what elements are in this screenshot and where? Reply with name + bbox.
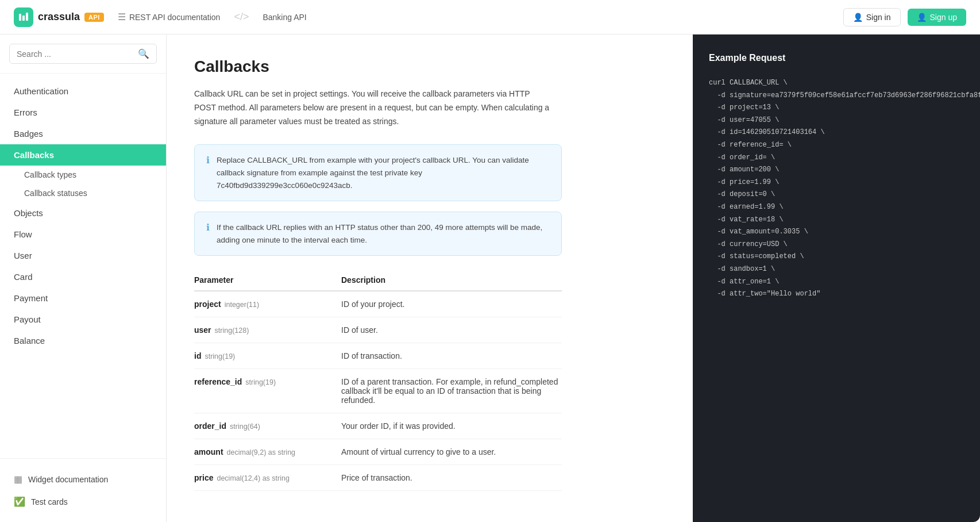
rest-api-link[interactable]: ☰ REST API documentation bbox=[118, 11, 221, 22]
api-badge: API bbox=[84, 13, 104, 22]
sidebar-item-callback-types[interactable]: Callback types bbox=[0, 166, 166, 184]
signup-icon: 👤 bbox=[917, 13, 927, 22]
info-icon-2: ℹ bbox=[206, 222, 210, 233]
sidebar-item-callback-statuses[interactable]: Callback statuses bbox=[0, 184, 166, 202]
signin-button[interactable]: 👤 Sign in bbox=[843, 8, 901, 26]
nav-separator: </> bbox=[234, 11, 249, 23]
table-row: amountdecimal(9,2) as string Amount of v… bbox=[194, 439, 562, 465]
code-block: curl CALLBACK_URL \ -d signature=ea7379f… bbox=[709, 77, 964, 301]
table-row: idstring(19) ID of transaction. bbox=[194, 343, 562, 369]
code-panel: Example Request curl CALLBACK_URL \ -d s… bbox=[693, 34, 980, 522]
search-area: 🔍 bbox=[0, 34, 166, 74]
banking-api-link[interactable]: Banking API bbox=[263, 13, 306, 22]
table-row: order_idstring(64) Your order ID, if it … bbox=[194, 413, 562, 439]
sidebar-item-widget-documentation[interactable]: ▦ Widget documentation bbox=[0, 468, 166, 490]
banking-api-label: Banking API bbox=[263, 13, 306, 22]
sidebar-item-payout[interactable]: Payout bbox=[0, 309, 166, 330]
info-icon-1: ℹ bbox=[206, 155, 210, 166]
col-header-desc: Description bbox=[341, 270, 562, 291]
info-text-1: Replace CALLBACK_URL from example with y… bbox=[217, 154, 550, 191]
col-header-param: Parameter bbox=[194, 270, 341, 291]
info-box-2: ℹ If the callback URL replies with an HT… bbox=[194, 212, 562, 256]
top-nav: crassula API ☰ REST API documentation </… bbox=[0, 0, 980, 34]
sidebar-item-card[interactable]: Card bbox=[0, 266, 166, 287]
page-title: Callbacks bbox=[194, 57, 665, 76]
sidebar-item-user[interactable]: User bbox=[0, 245, 166, 266]
search-box: 🔍 bbox=[9, 44, 157, 64]
svg-rect-0 bbox=[19, 14, 21, 21]
rest-api-label: REST API documentation bbox=[129, 13, 221, 22]
nav-left: crassula API ☰ REST API documentation </… bbox=[14, 7, 307, 27]
menu-icon: ☰ bbox=[118, 11, 126, 22]
table-row: userstring(128) ID of user. bbox=[194, 317, 562, 343]
table-row: reference_idstring(19) ID of a parent tr… bbox=[194, 369, 562, 413]
nav-right: 👤 Sign in 👤 Sign up bbox=[843, 8, 966, 26]
svg-rect-2 bbox=[26, 13, 28, 21]
info-box-1: ℹ Replace CALLBACK_URL from example with… bbox=[194, 144, 562, 201]
sidebar-item-badges[interactable]: Badges bbox=[0, 123, 166, 144]
sidebar-item-callbacks[interactable]: Callbacks bbox=[0, 144, 166, 166]
sidebar-item-errors[interactable]: Errors bbox=[0, 102, 166, 123]
signin-label: Sign in bbox=[866, 13, 891, 22]
search-input[interactable] bbox=[17, 49, 133, 59]
sidebar-item-flow[interactable]: Flow bbox=[0, 224, 166, 245]
table-row: projectinteger(11) ID of your project. bbox=[194, 291, 562, 317]
info-text-2: If the callback URL replies with an HTTP… bbox=[217, 221, 550, 246]
sidebar-item-objects[interactable]: Objects bbox=[0, 202, 166, 224]
logo-icon bbox=[14, 7, 33, 27]
content-area: Callbacks Callback URL can be set in pro… bbox=[167, 34, 693, 522]
sidebar-nav: Authentication Errors Badges Callbacks C… bbox=[0, 74, 166, 458]
code-panel-title: Example Request bbox=[709, 53, 964, 63]
signup-label: Sign up bbox=[930, 13, 957, 22]
sidebar-bottom: ▦ Widget documentation ✅ Test cards bbox=[0, 458, 166, 522]
logo: crassula API bbox=[14, 7, 104, 27]
test-cards-icon: ✅ bbox=[14, 496, 25, 507]
search-icon: 🔍 bbox=[138, 48, 149, 59]
svg-rect-1 bbox=[22, 16, 25, 21]
signin-icon: 👤 bbox=[853, 13, 863, 22]
main-layout: 🔍 Authentication Errors Badges Callbacks… bbox=[0, 34, 980, 522]
logo-text: crassula bbox=[38, 11, 80, 23]
sidebar-item-test-cards[interactable]: ✅ Test cards bbox=[0, 490, 166, 513]
sidebar-item-balance[interactable]: Balance bbox=[0, 330, 166, 351]
page-description: Callback URL can be set in project setti… bbox=[194, 87, 550, 128]
params-table: Parameter Description projectinteger(11)… bbox=[194, 270, 562, 491]
sidebar-item-payment[interactable]: Payment bbox=[0, 287, 166, 309]
sidebar-item-authentication[interactable]: Authentication bbox=[0, 80, 166, 102]
sidebar: 🔍 Authentication Errors Badges Callbacks… bbox=[0, 34, 167, 522]
signup-button[interactable]: 👤 Sign up bbox=[908, 9, 966, 26]
widget-icon: ▦ bbox=[14, 474, 22, 485]
table-row: pricedecimal(12,4) as string Price of tr… bbox=[194, 465, 562, 491]
